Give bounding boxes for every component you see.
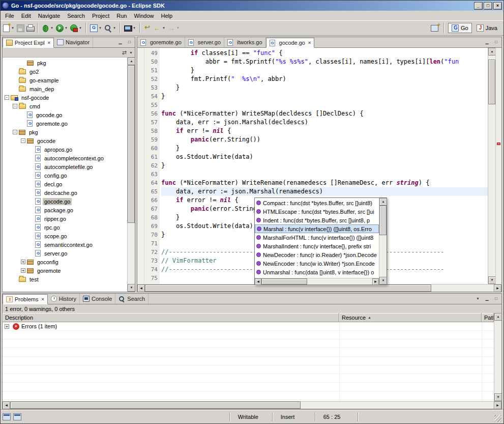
menu-run[interactable]: Run bbox=[113, 12, 130, 20]
maximize-view-icon[interactable]: □ bbox=[126, 39, 133, 46]
menu-search[interactable]: Search bbox=[64, 12, 88, 20]
close-tab-icon[interactable]: × bbox=[47, 40, 50, 45]
scroll-thumb[interactable] bbox=[379, 206, 387, 235]
minimize-button[interactable]: _ bbox=[474, 2, 483, 10]
view-menu-icon[interactable]: ▼ bbox=[474, 295, 482, 302]
tree-item-nsf-gocode[interactable]: -nsf-gocode bbox=[3, 93, 127, 102]
external-tools-button[interactable]: ▾ bbox=[69, 23, 83, 33]
completion-item[interactable]: HTMLEscape : func(dst *bytes.Buffer, src… bbox=[255, 207, 379, 216]
tab-search[interactable]: Search bbox=[115, 294, 149, 304]
tree-item-test[interactable]: test bbox=[3, 275, 127, 284]
scroll-thumb[interactable] bbox=[488, 60, 495, 104]
menu-navigate[interactable]: Navigate bbox=[35, 12, 64, 20]
scroll-right-icon[interactable]: ▶ bbox=[494, 285, 501, 292]
completion-item[interactable]: MarshalForHTML : func(v interface{}) ([]… bbox=[255, 233, 379, 242]
tree-item-pkg[interactable]: -pkg bbox=[3, 128, 127, 136]
tree-item-goconfig[interactable]: +goconfig bbox=[3, 258, 127, 266]
tree-item-autocompletecontext-go[interactable]: autocompletecontext.go bbox=[3, 154, 127, 162]
collapse-icon[interactable]: - bbox=[5, 95, 9, 100]
column-header-path[interactable]: Path bbox=[482, 313, 494, 322]
tree-item-rpc-go[interactable]: rpc.go bbox=[3, 223, 127, 232]
scroll-left-icon[interactable]: ◀ bbox=[255, 278, 261, 285]
tree-item-gocode-go[interactable]: gocode.go bbox=[3, 110, 127, 119]
collapse-icon[interactable]: - bbox=[13, 130, 17, 134]
problems-horizontal-scrollbar[interactable]: ◀ ▶ bbox=[3, 401, 501, 409]
dropdown-arrow-icon[interactable]: ▾ bbox=[112, 26, 116, 30]
window-resize-grip[interactable] bbox=[494, 415, 501, 422]
tab-console[interactable]: Console bbox=[80, 294, 115, 304]
show-view-icon[interactable] bbox=[13, 413, 21, 420]
completion-item[interactable]: Indent : func(dst *bytes.Buffer, src []u… bbox=[255, 216, 379, 224]
minimize-editor-icon[interactable]: ▁ bbox=[483, 39, 491, 46]
scroll-thumb[interactable] bbox=[261, 278, 307, 285]
column-header-resource[interactable]: Resource▲ bbox=[339, 313, 482, 322]
scroll-up-icon[interactable]: ▲ bbox=[488, 48, 496, 55]
completion-item[interactable]: NewEncoder : func(w io.Writer) *json.Enc… bbox=[255, 259, 379, 268]
new-wizard-button[interactable]: ▾ bbox=[2, 23, 15, 33]
scroll-thumb[interactable] bbox=[10, 402, 301, 409]
scroll-right-icon[interactable]: ▶ bbox=[494, 402, 501, 409]
editor-horizontal-scrollbar[interactable]: ◀ ▶ bbox=[137, 284, 501, 292]
problems-vertical-scrollbar[interactable]: ▲ ▼ bbox=[494, 313, 501, 401]
tree-scrollbar[interactable]: ▲ ▼ bbox=[127, 58, 135, 292]
close-button[interactable]: × bbox=[493, 2, 502, 10]
open-console-button[interactable]: ▾ bbox=[123, 23, 137, 33]
scroll-up-icon[interactable]: ▲ bbox=[128, 58, 135, 65]
tree-item-gocode[interactable]: -gocode bbox=[3, 136, 127, 145]
scroll-right-icon[interactable]: ▶ bbox=[372, 278, 379, 285]
editor-tab-goremote-go[interactable]: goremote.go bbox=[137, 37, 185, 47]
column-header-description[interactable]: Description bbox=[3, 313, 339, 322]
editor-tab-gocode-go[interactable]: gocode.go× bbox=[266, 38, 315, 48]
link-with-editor-icon[interactable]: ⇄ bbox=[122, 49, 127, 56]
scroll-up-icon[interactable]: ▲ bbox=[379, 198, 387, 206]
editor-vertical-scrollbar[interactable]: ▲ ▼ bbox=[488, 48, 495, 284]
fast-view-icon[interactable] bbox=[3, 413, 11, 420]
menu-file[interactable]: File bbox=[2, 12, 18, 20]
tree-item-apropos-go[interactable]: apropos.go bbox=[3, 145, 127, 154]
close-tab-icon[interactable]: × bbox=[40, 297, 44, 302]
menu-window[interactable]: Window bbox=[130, 12, 157, 20]
dropdown-arrow-icon[interactable]: ▾ bbox=[132, 26, 136, 30]
problem-row[interactable]: +×Errors (1 item) bbox=[3, 322, 494, 331]
tree-item-config-go[interactable]: config.go bbox=[3, 171, 127, 180]
open-perspective-icon[interactable] bbox=[430, 23, 440, 33]
debug-button[interactable]: ▾ bbox=[41, 23, 54, 33]
dropdown-arrow-icon[interactable]: ▾ bbox=[176, 26, 180, 30]
dropdown-arrow-icon[interactable]: ▾ bbox=[162, 26, 166, 30]
print-button[interactable] bbox=[25, 23, 35, 33]
forward-button[interactable]: ▾ bbox=[167, 23, 181, 33]
scroll-left-icon[interactable]: ◀ bbox=[137, 285, 145, 292]
expand-icon[interactable]: + bbox=[21, 260, 25, 264]
last-edit-location-button[interactable] bbox=[143, 23, 152, 33]
scroll-thumb[interactable] bbox=[145, 285, 431, 292]
scroll-down-icon[interactable]: ▼ bbox=[128, 284, 135, 292]
maximize-editor-icon[interactable]: □ bbox=[492, 39, 500, 46]
tree-item-goremote-go[interactable]: goremote.go bbox=[3, 119, 127, 128]
run-button[interactable]: ▾ bbox=[55, 23, 69, 33]
tree-item-goremote[interactable]: +goremote bbox=[3, 266, 127, 275]
tree-item-cmd[interactable]: -cmd bbox=[3, 102, 127, 110]
menu-edit[interactable]: Edit bbox=[18, 12, 35, 20]
scroll-thumb[interactable] bbox=[128, 65, 135, 223]
tree-item-decl-go[interactable]: decl.go bbox=[3, 180, 127, 188]
tree-item-ripper-go[interactable]: ripper.go bbox=[3, 214, 127, 223]
tree-item-package-go[interactable]: package.go bbox=[3, 206, 127, 214]
tab-history[interactable]: History bbox=[48, 294, 80, 304]
dropdown-arrow-icon[interactable]: ▾ bbox=[98, 26, 102, 30]
tree-item-main-dep[interactable]: main_dep bbox=[3, 84, 127, 93]
tree-item-autocompletefile-go[interactable]: autocompletefile.go bbox=[3, 162, 127, 171]
tree-item-semanticcontext-go[interactable]: semanticcontext.go bbox=[3, 240, 127, 249]
new-go-element-button[interactable]: ▾ bbox=[89, 23, 103, 33]
menu-help[interactable]: Help bbox=[158, 12, 176, 20]
completion-item[interactable]: Unmarshal : func(data []uint8, v interfa… bbox=[255, 268, 379, 276]
tree-item-server-go[interactable]: server.go bbox=[3, 249, 127, 258]
view-menu-icon[interactable]: ▼ bbox=[129, 51, 133, 54]
maximize-button[interactable]: □ bbox=[484, 2, 492, 10]
tree-item-go2[interactable]: go2 bbox=[3, 67, 127, 76]
maximize-view-icon[interactable]: □ bbox=[492, 295, 500, 302]
editor-tab-itworks-go[interactable]: itworks.go bbox=[224, 37, 266, 47]
scroll-left-icon[interactable]: ◀ bbox=[3, 402, 10, 409]
close-tab-icon[interactable]: × bbox=[307, 40, 311, 45]
completion-item[interactable]: MarshalIndent : func(v interface{}, pref… bbox=[255, 242, 379, 250]
search-button[interactable]: ▾ bbox=[103, 23, 117, 33]
